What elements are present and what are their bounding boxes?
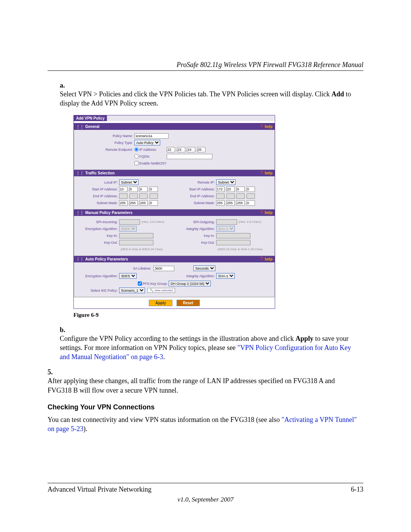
body-post: ). xyxy=(83,425,88,433)
pfs-checkbox[interactable] xyxy=(138,281,142,286)
page-header: ProSafe 802.11g Wireless VPN Firewall FV… xyxy=(48,61,363,71)
man-keyout-input xyxy=(119,240,153,245)
local-end-1 xyxy=(119,193,127,199)
local-ip-select[interactable]: Subnet xyxy=(119,179,139,185)
remote-start-2[interactable] xyxy=(226,187,235,192)
local-start-3[interactable] xyxy=(139,187,148,192)
step-a: a. Select VPN > Policies and click the V… xyxy=(60,81,363,108)
spi-in-input xyxy=(119,219,140,225)
remote-ip-select[interactable]: Subnet xyxy=(216,179,236,185)
view-selected-text: view selected xyxy=(155,289,173,292)
remote-ip-label: Remote IP: xyxy=(174,181,216,184)
apply-button[interactable]: Apply xyxy=(149,300,172,306)
fqdn-input[interactable] xyxy=(167,154,212,159)
ip-address-label: IP Address: xyxy=(139,148,161,152)
ip-octet-3[interactable] xyxy=(187,147,195,152)
man-enc-label: Encryption Algorithm: xyxy=(77,227,119,231)
local-end-4 xyxy=(150,193,158,199)
remote-mask-2[interactable] xyxy=(226,200,235,206)
local-mask-1[interactable] xyxy=(119,200,127,206)
remote-mask-3[interactable] xyxy=(236,200,245,206)
step-a-label: a. xyxy=(60,81,70,89)
page-footer: Advanced Virtual Private Networking 6-13… xyxy=(48,483,363,503)
endpoint-ip-radio[interactable] xyxy=(134,147,139,152)
ike-select[interactable]: Scenario_1 xyxy=(119,288,145,293)
remote-end-ip-label: End IP Address: xyxy=(174,194,216,198)
enable-netbios-checkbox[interactable] xyxy=(134,161,139,165)
local-mask-4[interactable] xyxy=(150,200,158,206)
policy-type-select[interactable]: Auto Policy xyxy=(134,140,160,145)
spi-in-hint: (Hex, 3-8 Chars) xyxy=(142,220,164,224)
tab-add-vpn-policy[interactable]: Add VPN Policy xyxy=(74,115,107,121)
section-traffic-title: Traffic Selection xyxy=(85,171,115,175)
ip-octet-1[interactable] xyxy=(167,147,175,152)
help-link-2[interactable]: help xyxy=(260,171,272,175)
view-selected-button[interactable]: view selected xyxy=(147,288,175,293)
auto-enc-select[interactable]: 3DES xyxy=(119,273,137,279)
local-mask-2[interactable] xyxy=(129,200,138,206)
manual-title: ProSafe 802.11g Wireless VPN Firewall FV… xyxy=(177,61,363,69)
man-enc-note: (DES-8 Char & 3DES-24 Char) xyxy=(121,248,162,251)
policy-name-label: Policy Name: xyxy=(77,134,134,138)
remote-start-4[interactable] xyxy=(247,187,255,192)
help-link-4[interactable]: help xyxy=(260,257,272,261)
local-end-ip-label: End IP Address: xyxy=(77,194,119,198)
remote-mask-1[interactable] xyxy=(216,200,225,206)
policy-name-input[interactable] xyxy=(134,133,169,139)
footer-version: v1.0, September 2007 xyxy=(48,496,363,503)
button-row: Apply Reset xyxy=(74,297,275,308)
sa-lifetime-input[interactable] xyxy=(153,266,174,271)
remote-mask-4[interactable] xyxy=(247,200,255,206)
netbios-label: Enable NetBIOS? xyxy=(139,161,166,165)
help-text: help xyxy=(264,125,272,129)
local-mask-3[interactable] xyxy=(139,200,148,206)
sa-lifetime-unit[interactable]: Seconds xyxy=(193,265,215,271)
body-pre: You can test connectivity and view VPN s… xyxy=(48,416,282,423)
policy-type-label: Policy Type: xyxy=(77,141,134,145)
help-link-3[interactable]: help xyxy=(260,211,272,215)
local-start-4[interactable] xyxy=(150,187,158,192)
ip-octet-2[interactable] xyxy=(177,147,185,152)
step-5-label: 5. xyxy=(48,368,60,376)
man-int-select: SHA-1 xyxy=(216,226,235,232)
figure-caption: Figure 6-9 xyxy=(73,312,363,318)
step-a-pre: Select VPN > Policies and click the VPN … xyxy=(60,90,331,98)
help-link[interactable]: help xyxy=(260,125,272,129)
spi-out-hint: (Hex, 3-8 Chars) xyxy=(239,220,261,224)
step-b-pre: Configure the VPN Policy according to th… xyxy=(60,335,296,342)
local-end-2 xyxy=(129,193,138,199)
step-b-post: . xyxy=(163,353,165,361)
help-text-3: help xyxy=(264,211,272,215)
fqdn-label: FQDN: xyxy=(139,155,161,158)
local-start-1[interactable] xyxy=(119,187,127,192)
step-b-bold: Apply xyxy=(296,335,314,342)
remote-start-1[interactable] xyxy=(216,187,225,192)
step-b: b. Configure the VPN Policy according to… xyxy=(60,326,363,362)
section-general: ⋮⋮General help xyxy=(74,123,275,130)
sa-lifetime-label: SA Lifetime xyxy=(133,267,152,270)
step-a-text: Select VPN > Policies and click the VPN … xyxy=(60,89,353,108)
reset-button[interactable]: Reset xyxy=(177,300,200,306)
man-keyin-input xyxy=(119,233,153,238)
remote-end-4 xyxy=(247,193,255,199)
spi-out-input xyxy=(216,219,237,225)
pfs-label: PFS Key Group: xyxy=(143,282,168,286)
step-b-label: b. xyxy=(60,326,70,334)
remote-start-3[interactable] xyxy=(236,187,245,192)
endpoint-fqdn-radio[interactable] xyxy=(134,154,139,158)
section-manual: ⋮⋮Manual Policy Parameters help xyxy=(74,209,275,216)
step-b-text: Configure the VPN Policy according to th… xyxy=(60,334,353,362)
ip-octet-4[interactable] xyxy=(197,147,206,152)
body-paragraph: You can test connectivity and view VPN s… xyxy=(48,415,363,434)
step-a-bold: Add xyxy=(331,90,344,98)
local-start-ip-label: Start IP Address: xyxy=(77,187,119,191)
auto-int-select[interactable]: SHA-1 xyxy=(216,273,235,279)
help-text-4: help xyxy=(264,257,272,261)
subheading-checking-vpn: Checking Your VPN Connections xyxy=(48,403,363,411)
section-auto-title: Auto Policy Parameters xyxy=(85,257,128,261)
pfs-select[interactable]: DH Group 2 (1024 bit) xyxy=(169,281,211,286)
remote-mask-label: Subnet Mask: xyxy=(174,201,216,205)
auto-enc-label: Encryption Algorithm: xyxy=(77,274,119,278)
local-start-2[interactable] xyxy=(129,187,138,192)
man-keyin-label: Key-In: xyxy=(77,234,119,238)
